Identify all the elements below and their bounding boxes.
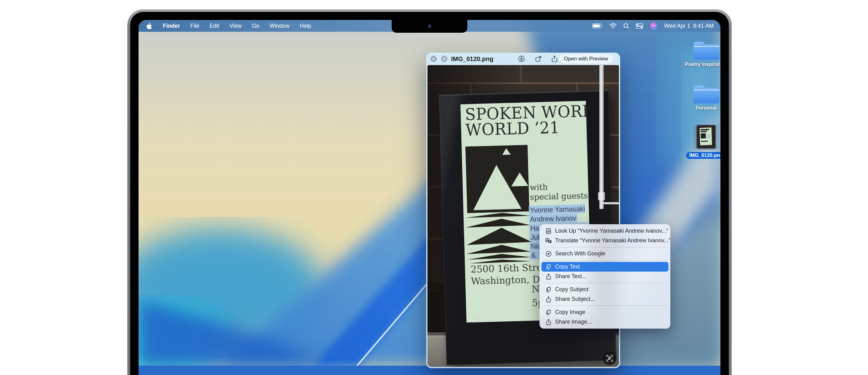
wall-pipe: [599, 65, 604, 209]
menu-item-translate[interactable]: A ✱ Translate “Yvonne Yamasaki Andrew Iv…: [541, 236, 669, 246]
image-file-thumbnail: [697, 125, 715, 148]
rotate-icon[interactable]: [534, 55, 542, 63]
desktop-icon-poetry-inspiration[interactable]: Poetry Inspiration: [681, 39, 720, 67]
markup-icon[interactable]: [518, 55, 525, 63]
spotlight-search-icon[interactable]: [623, 23, 629, 29]
menu-item-copy-image[interactable]: Copy Image: [541, 308, 669, 317]
open-with-preview-button[interactable]: Open with Preview: [559, 54, 613, 63]
menu-item-search-with-google[interactable]: Search With Google: [541, 249, 669, 259]
menu-item-help[interactable]: Help: [300, 23, 311, 29]
folder-icon: [693, 39, 719, 60]
menu-item-share-text[interactable]: Share Text...: [541, 271, 669, 281]
selected-text-line[interactable]: Andrew Ivanov: [529, 214, 578, 224]
menu-bar-clock[interactable]: Wed Apr 1 9:41 AM: [664, 23, 714, 29]
share-icon[interactable]: [551, 55, 558, 63]
window-title: IMG_0120.png: [451, 53, 493, 65]
icon-label: Poetry Inspiration: [685, 62, 720, 67]
menu-item-edit[interactable]: Edit: [210, 23, 219, 29]
icon-label-selected: IMG_0120.png: [686, 152, 720, 159]
menu-item-label: Copy Subject: [555, 286, 588, 293]
close-button[interactable]: [431, 56, 437, 62]
menu-item-share-subject[interactable]: Share Subject...: [541, 294, 669, 304]
menu-item-label: Share Subject...: [555, 296, 595, 302]
date-label: Wed Apr 1: [664, 23, 690, 29]
desktop-icon-img-0120[interactable]: IMG_0120.png: [681, 123, 720, 159]
share-small-icon: [545, 296, 552, 303]
menu-separator: [543, 283, 666, 283]
poster-with-guests: with special guests: [530, 181, 588, 202]
copy-icon: [545, 309, 552, 316]
menu-item-label: Copy Text: [555, 263, 580, 270]
menu-item-share-image[interactable]: Share Image...: [541, 317, 669, 327]
copy-icon: [545, 286, 552, 293]
menu-item-label: Translate “Yvonne Yamasaki Andrew Ivanov…: [555, 237, 671, 244]
menu-item-look-up[interactable]: A Look Up “Yvonne Yamasaki Andrew Ivanov…: [541, 226, 669, 236]
screenshot-stage: Finder File Edit View Go Window Help: [0, 0, 868, 375]
facetime-camera: [428, 24, 432, 28]
macbook-bezel: Finder File Edit View Go Window Help: [130, 12, 729, 375]
control-center-icon[interactable]: [636, 23, 643, 29]
menu-item-copy-subject[interactable]: Copy Subject: [541, 285, 669, 294]
blocked-zoom-button[interactable]: [441, 56, 447, 62]
menu-item-file[interactable]: File: [190, 23, 199, 29]
menu-separator: [543, 247, 666, 247]
menu-item-window[interactable]: Window: [270, 23, 289, 29]
frame-screw: [475, 316, 478, 319]
menu-item-label: Look Up “Yvonne Yamasaki Andrew Ivanov..…: [555, 228, 668, 234]
open-with-preview-label: Open with Preview: [564, 56, 608, 62]
folder-icon: [693, 83, 719, 104]
macos-screen: Finder File Edit View Go Window Help: [138, 20, 720, 375]
live-text-button[interactable]: [603, 351, 616, 365]
time-label: 9:41 AM: [693, 23, 714, 29]
siri-icon[interactable]: [650, 22, 657, 30]
menu-item-copy-text[interactable]: Copy Text: [541, 262, 669, 271]
share-small-icon: [545, 319, 552, 325]
desktop-icon-personal[interactable]: Personal: [681, 83, 720, 111]
svg-text:A: A: [548, 229, 550, 232]
copy-icon: [545, 263, 552, 270]
svg-text:✱: ✱: [549, 240, 551, 242]
stacked-triangles-graphic: [465, 212, 533, 264]
menu-item-label: Copy Image: [555, 309, 585, 316]
poster-title: SPOKEN WORD WORLD ’21: [465, 103, 592, 138]
battery-icon[interactable]: [592, 23, 603, 28]
menu-separator: [543, 260, 666, 260]
selected-text-line[interactable]: Yvonne Yamasaki: [529, 204, 585, 214]
apple-menu-icon[interactable]: [146, 22, 152, 30]
menu-item-label: Share Text...: [555, 273, 587, 280]
menu-item-label: Search With Google: [555, 251, 605, 257]
quicklook-titlebar[interactable]: IMG_0120.png: [426, 53, 620, 65]
icon-selection-box: [692, 123, 720, 150]
menu-item-view[interactable]: View: [229, 23, 242, 29]
menu-item-go[interactable]: Go: [252, 23, 259, 29]
context-menu: A Look Up “Yvonne Yamasaki Andrew Ivanov…: [539, 224, 670, 328]
display-notch: [392, 20, 467, 33]
compass-icon: [545, 251, 552, 257]
look-up-icon: A: [545, 228, 552, 234]
macbook: Finder File Edit View Go Window Help: [127, 9, 732, 375]
wifi-icon[interactable]: [609, 23, 617, 29]
share-small-icon: [545, 273, 552, 280]
translate-icon: A ✱: [545, 237, 552, 244]
menu-item-label: Share Image...: [555, 319, 592, 325]
menu-separator: [543, 306, 666, 306]
pipe-joint: [598, 192, 605, 200]
pipe-bracket: [602, 202, 619, 204]
menu-item-finder[interactable]: Finder: [163, 23, 180, 29]
mountain-square-graphic: [465, 145, 530, 213]
svg-text:A: A: [547, 238, 548, 241]
icon-label: Personal: [695, 105, 717, 111]
